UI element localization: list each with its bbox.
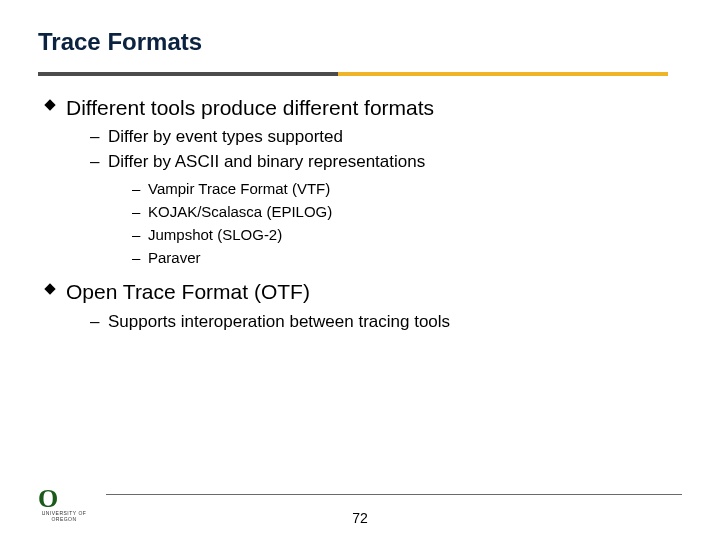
list-item: Different tools produce different format…: [44, 94, 682, 268]
page-number: 72: [38, 510, 682, 526]
sub-sub-list: Vampir Trace Format (VTF) KOJAK/Scalasca…: [132, 178, 682, 268]
list-item-text: Different tools produce different format…: [66, 96, 434, 119]
list-item: Differ by event types supported: [90, 126, 682, 149]
list-item-text: Differ by event types supported: [108, 127, 343, 146]
list-item: Jumpshot (SLOG-2): [132, 224, 682, 245]
list-item-text: Open Trace Format (OTF): [66, 280, 310, 303]
sub-list: Supports interoperation between tracing …: [90, 311, 682, 334]
list-item-text: Jumpshot (SLOG-2): [148, 226, 282, 243]
list-item: KOJAK/Scalasca (EPILOG): [132, 201, 682, 222]
slide: Trace Formats Different tools produce di…: [0, 0, 720, 540]
list-item: Differ by ASCII and binary representatio…: [90, 151, 682, 268]
list-item: Supports interoperation between tracing …: [90, 311, 682, 334]
list-item-text: Vampir Trace Format (VTF): [148, 180, 330, 197]
list-item: Open Trace Format (OTF) Supports interop…: [44, 278, 682, 333]
list-item-text: Differ by ASCII and binary representatio…: [108, 152, 425, 171]
bullet-list: Different tools produce different format…: [44, 94, 682, 334]
list-item-text: Supports interoperation between tracing …: [108, 312, 450, 331]
logo-glyph: O: [38, 486, 90, 512]
list-item-text: KOJAK/Scalasca (EPILOG): [148, 203, 332, 220]
list-item: Vampir Trace Format (VTF): [132, 178, 682, 199]
sub-list: Differ by event types supported Differ b…: [90, 126, 682, 268]
list-item-text: Paraver: [148, 249, 201, 266]
title-divider: [38, 72, 668, 76]
list-item: Paraver: [132, 247, 682, 268]
footer-divider: [106, 494, 682, 495]
page-title: Trace Formats: [38, 28, 682, 56]
footer: O UNIVERSITY OF OREGON 72: [38, 482, 682, 522]
